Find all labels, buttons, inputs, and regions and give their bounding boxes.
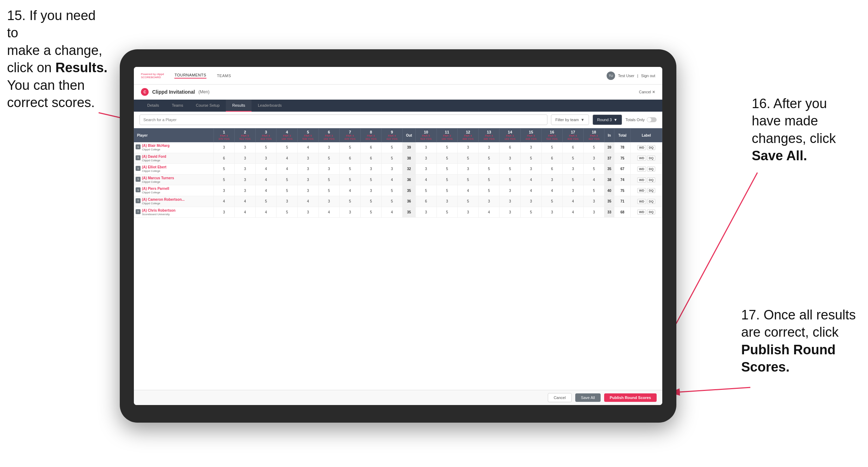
search-input[interactable] <box>140 114 547 125</box>
score-front-6-4[interactable]: 3 <box>297 207 318 218</box>
score-back-6-3[interactable]: 4 <box>478 207 500 218</box>
score-front-2-1[interactable]: 3 <box>235 164 256 175</box>
score-back-2-8[interactable]: 5 <box>583 164 604 175</box>
wd-button[interactable]: WD <box>637 145 646 150</box>
score-back-5-3[interactable]: 3 <box>478 196 500 207</box>
score-front-0-8[interactable]: 5 <box>382 142 403 153</box>
tab-teams[interactable]: Teams <box>166 100 190 112</box>
cancel-top-button[interactable]: Cancel ✕ <box>639 90 655 94</box>
score-back-5-6[interactable]: 5 <box>541 196 563 207</box>
score-back-4-6[interactable]: 4 <box>541 185 563 196</box>
score-front-4-0[interactable]: 3 <box>213 185 235 196</box>
score-back-5-7[interactable]: 4 <box>563 196 584 207</box>
score-back-4-1[interactable]: 5 <box>436 185 458 196</box>
score-back-6-6[interactable]: 3 <box>541 207 563 218</box>
score-back-6-1[interactable]: 5 <box>436 207 458 218</box>
score-back-3-3[interactable]: 5 <box>478 174 500 185</box>
score-back-4-7[interactable]: 3 <box>563 185 584 196</box>
score-back-2-5[interactable]: 3 <box>521 164 542 175</box>
score-front-3-2[interactable]: 4 <box>255 174 277 185</box>
score-front-0-6[interactable]: 5 <box>340 142 361 153</box>
score-front-1-1[interactable]: 3 <box>235 153 256 164</box>
score-back-2-6[interactable]: 6 <box>541 164 563 175</box>
score-front-1-7[interactable]: 6 <box>360 153 382 164</box>
score-front-0-1[interactable]: 3 <box>235 142 256 153</box>
score-back-6-0[interactable]: 3 <box>416 207 437 218</box>
wd-button[interactable]: WD <box>637 210 646 214</box>
score-front-3-8[interactable]: 4 <box>382 174 403 185</box>
score-front-3-4[interactable]: 3 <box>297 174 318 185</box>
wd-button[interactable]: WD <box>637 156 646 161</box>
score-back-1-1[interactable]: 5 <box>436 153 458 164</box>
nav-tournaments[interactable]: TOURNAMENTS <box>174 73 206 79</box>
score-back-4-8[interactable]: 5 <box>583 185 604 196</box>
score-front-2-7[interactable]: 3 <box>360 164 382 175</box>
score-front-3-3[interactable]: 5 <box>277 174 298 185</box>
score-front-1-6[interactable]: 6 <box>340 153 361 164</box>
score-front-1-2[interactable]: 3 <box>255 153 277 164</box>
score-front-2-3[interactable]: 4 <box>277 164 298 175</box>
score-back-6-4[interactable]: 3 <box>500 207 521 218</box>
score-front-5-2[interactable]: 5 <box>255 196 277 207</box>
score-back-0-8[interactable]: 5 <box>583 142 604 153</box>
sign-out-link[interactable]: Sign out <box>641 74 655 78</box>
score-back-0-0[interactable]: 3 <box>416 142 437 153</box>
wd-button[interactable]: WD <box>637 178 646 182</box>
score-back-2-4[interactable]: 5 <box>500 164 521 175</box>
score-front-5-4[interactable]: 4 <box>297 196 318 207</box>
score-back-3-4[interactable]: 5 <box>500 174 521 185</box>
score-back-6-2[interactable]: 3 <box>458 207 479 218</box>
score-front-0-3[interactable]: 5 <box>277 142 298 153</box>
score-back-1-4[interactable]: 3 <box>500 153 521 164</box>
score-back-0-1[interactable]: 5 <box>436 142 458 153</box>
score-back-6-8[interactable]: 3 <box>583 207 604 218</box>
score-front-0-0[interactable]: 3 <box>213 142 235 153</box>
tab-course-setup[interactable]: Course Setup <box>190 100 226 112</box>
score-back-5-1[interactable]: 3 <box>436 196 458 207</box>
score-back-4-4[interactable]: 3 <box>500 185 521 196</box>
score-back-2-0[interactable]: 3 <box>416 164 437 175</box>
score-front-4-7[interactable]: 3 <box>360 185 382 196</box>
score-front-1-5[interactable]: 5 <box>318 153 340 164</box>
score-front-0-2[interactable]: 5 <box>255 142 277 153</box>
dq-button[interactable]: DQ <box>647 178 656 182</box>
score-front-2-4[interactable]: 3 <box>297 164 318 175</box>
score-front-5-0[interactable]: 4 <box>213 196 235 207</box>
publish-round-scores-button[interactable]: Publish Round Scores <box>604 393 657 402</box>
score-front-5-5[interactable]: 3 <box>318 196 340 207</box>
score-back-5-2[interactable]: 5 <box>458 196 479 207</box>
wd-button[interactable]: WD <box>637 199 646 204</box>
score-back-5-8[interactable]: 3 <box>583 196 604 207</box>
score-front-6-6[interactable]: 3 <box>340 207 361 218</box>
score-back-3-7[interactable]: 5 <box>563 174 584 185</box>
score-front-4-5[interactable]: 5 <box>318 185 340 196</box>
cancel-button[interactable]: Cancel <box>548 393 572 402</box>
score-front-4-1[interactable]: 3 <box>235 185 256 196</box>
score-front-5-6[interactable]: 5 <box>340 196 361 207</box>
score-back-4-2[interactable]: 4 <box>458 185 479 196</box>
totals-toggle-switch[interactable] <box>647 117 657 122</box>
tab-results[interactable]: Results <box>226 100 252 112</box>
wd-button[interactable]: WD <box>637 167 646 172</box>
score-back-0-3[interactable]: 3 <box>478 142 500 153</box>
score-back-5-0[interactable]: 6 <box>416 196 437 207</box>
score-back-3-5[interactable]: 4 <box>521 174 542 185</box>
score-back-2-1[interactable]: 5 <box>436 164 458 175</box>
score-front-5-8[interactable]: 5 <box>382 196 403 207</box>
score-front-3-1[interactable]: 3 <box>235 174 256 185</box>
score-back-3-1[interactable]: 5 <box>436 174 458 185</box>
score-back-1-0[interactable]: 3 <box>416 153 437 164</box>
filter-team-button[interactable]: Filter by team ▼ <box>551 114 589 125</box>
score-front-5-7[interactable]: 5 <box>360 196 382 207</box>
score-front-2-5[interactable]: 3 <box>318 164 340 175</box>
score-front-4-2[interactable]: 4 <box>255 185 277 196</box>
dq-button[interactable]: DQ <box>647 199 656 204</box>
score-back-5-4[interactable]: 3 <box>500 196 521 207</box>
tab-leaderboards[interactable]: Leaderboards <box>252 100 288 112</box>
score-front-4-6[interactable]: 4 <box>340 185 361 196</box>
score-back-4-3[interactable]: 5 <box>478 185 500 196</box>
score-front-3-6[interactable]: 5 <box>340 174 361 185</box>
round-selector-button[interactable]: Round 3 ▼ <box>593 114 622 125</box>
score-back-1-8[interactable]: 3 <box>583 153 604 164</box>
score-back-0-7[interactable]: 6 <box>563 142 584 153</box>
